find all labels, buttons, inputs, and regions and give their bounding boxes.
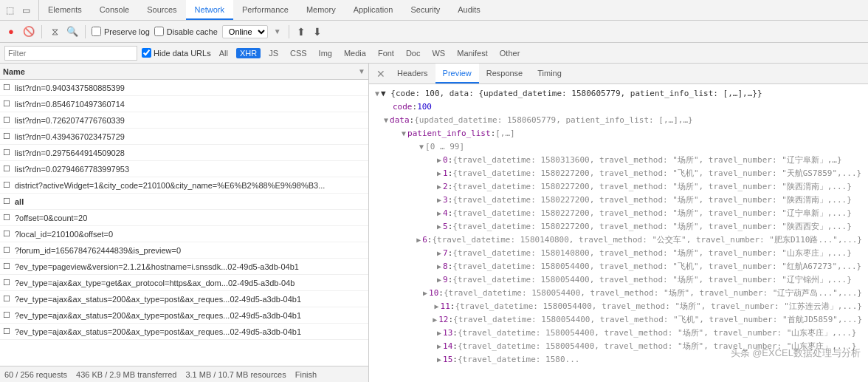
type-xhr[interactable]: XHR xyxy=(236,48,261,58)
type-media[interactable]: Media xyxy=(340,48,370,58)
expand-icon[interactable]: ▶ xyxy=(437,353,441,366)
request-item[interactable]: ☐ list?rdn=0.02794667783997953 xyxy=(0,161,368,177)
request-item[interactable]: ☐ ?ev_type=ajax&ax_status=200&ax_type=po… xyxy=(0,291,368,307)
inspect-icon[interactable]: ⬚ xyxy=(3,4,16,17)
request-checkbox[interactable]: ☐ xyxy=(3,197,15,206)
expand-icon[interactable]: ▶ xyxy=(423,287,427,300)
tab-console[interactable]: Console xyxy=(91,0,138,20)
request-item[interactable]: ☐ ?forum_id=1656784762444839&is_preview=… xyxy=(0,242,368,259)
tab-preview[interactable]: Preview xyxy=(435,64,479,83)
record-button[interactable]: ● xyxy=(4,25,18,38)
expand-icon[interactable]: ▶ xyxy=(437,220,441,233)
request-item[interactable]: ☐ list?rdn=0.2975644914509028 xyxy=(0,145,368,161)
type-img[interactable]: Img xyxy=(315,48,336,58)
tab-response[interactable]: Response xyxy=(479,64,531,83)
request-checkbox[interactable]: ☐ xyxy=(3,115,15,125)
filter-input[interactable] xyxy=(4,46,137,61)
request-checkbox[interactable]: ☐ xyxy=(3,310,15,320)
expand-icon[interactable]: ▶ xyxy=(437,327,441,340)
throttle-select[interactable]: Online xyxy=(222,25,268,38)
expand-icon[interactable]: ▶ xyxy=(437,260,441,273)
expand-icon[interactable]: ▶ xyxy=(435,300,439,313)
json-entry-11: ▶ 11 : {travel_datetime: 1580054400, tra… xyxy=(375,300,862,313)
resource-size: 3.1 MB / 10.7 MB resources xyxy=(185,370,286,379)
request-checkbox[interactable]: ☐ xyxy=(3,294,15,304)
tab-performance[interactable]: Performance xyxy=(233,0,297,20)
expand-icon[interactable]: ▼ xyxy=(375,87,379,100)
request-checkbox[interactable]: ☐ xyxy=(3,245,15,255)
request-checkbox[interactable]: ☐ xyxy=(3,229,15,239)
request-item[interactable]: ☐ ?ev_type=ajax&ax_status=200&ax_type=po… xyxy=(0,324,368,340)
type-all[interactable]: All xyxy=(216,48,232,58)
type-other[interactable]: Other xyxy=(496,48,524,58)
preserve-log-checkbox[interactable] xyxy=(92,27,101,36)
expand-icon[interactable]: ▼ xyxy=(402,127,406,140)
expand-icon[interactable]: ▶ xyxy=(437,247,441,260)
request-checkbox[interactable]: ☐ xyxy=(3,132,15,141)
expand-icon[interactable]: ▶ xyxy=(437,180,441,194)
disable-cache-label[interactable]: Disable cache xyxy=(154,27,218,36)
hide-data-urls-label[interactable]: Hide data URLs xyxy=(142,48,211,58)
tab-memory[interactable]: Memory xyxy=(297,0,345,20)
request-checkbox[interactable]: ☐ xyxy=(3,213,15,222)
expand-icon[interactable]: ▶ xyxy=(437,340,441,353)
request-item[interactable]: ☐ list?rdn=0.9403437580885399 xyxy=(0,80,368,96)
close-detail-button[interactable]: ✕ xyxy=(372,64,390,84)
request-item[interactable]: ☐ all xyxy=(0,194,368,210)
request-item[interactable]: ☐ ?offset=0&count=20 xyxy=(0,210,368,226)
type-doc[interactable]: Doc xyxy=(402,48,424,58)
export-har-button[interactable]: ⬇ xyxy=(311,26,323,38)
request-checkbox[interactable]: ☐ xyxy=(3,327,15,336)
request-checkbox[interactable]: ☐ xyxy=(3,262,15,271)
request-item[interactable]: ☐ ?ev_type=pageview&version=2.1.21&hostn… xyxy=(0,259,368,275)
type-css[interactable]: CSS xyxy=(286,48,311,58)
request-checkbox[interactable]: ☐ xyxy=(3,83,15,92)
json-entry-7: ▶ 7 : {travel_datetime: 1580140800, trav… xyxy=(375,247,862,260)
hide-data-urls-checkbox[interactable] xyxy=(142,48,151,58)
tab-application[interactable]: Application xyxy=(345,0,402,20)
device-icon[interactable]: ▭ xyxy=(19,4,32,17)
request-checkbox[interactable]: ☐ xyxy=(3,164,15,174)
request-item[interactable]: ☐ ?ev_type=ajax&ax_status=200&ax_type=po… xyxy=(0,307,368,324)
import-har-button[interactable]: ⬆ xyxy=(295,26,307,38)
expand-icon[interactable]: ▶ xyxy=(437,273,441,287)
expand-icon[interactable]: ▶ xyxy=(416,233,421,247)
tab-headers[interactable]: Headers xyxy=(390,64,435,83)
expand-icon[interactable]: ▼ xyxy=(419,140,424,154)
request-item[interactable]: ☐ district?activeWidget=1&city_code=2101… xyxy=(0,177,368,194)
request-item[interactable]: ☐ ?local_id=210100&offset=0 xyxy=(0,226,368,242)
type-ws[interactable]: WS xyxy=(428,48,449,58)
tab-security[interactable]: Security xyxy=(402,0,449,20)
expand-icon[interactable]: ▼ xyxy=(384,114,388,127)
request-item[interactable]: ☐ ?ev_type=ajax&ax_type=get&ax_protocol=… xyxy=(0,275,368,291)
finish-label: Finish xyxy=(295,370,317,379)
request-checkbox[interactable]: ☐ xyxy=(3,278,15,287)
request-item[interactable]: ☐ list?rdn=0.7262074776760339 xyxy=(0,112,368,129)
json-line: code : 100 xyxy=(375,100,862,114)
filter-icon[interactable]: ⧖ xyxy=(48,25,61,38)
type-manifest[interactable]: Manifest xyxy=(453,48,492,58)
tab-sources[interactable]: Sources xyxy=(138,0,185,20)
preserve-log-label[interactable]: Preserve log xyxy=(92,27,150,36)
json-entry-13: ▶ 13 : {travel_datetime: 1580054400, tra… xyxy=(375,327,862,340)
json-entry-10: ▶ 10 : {travel_datetime: 1580054400, tra… xyxy=(375,287,862,300)
expand-icon[interactable]: ▶ xyxy=(437,194,441,207)
search-icon[interactable]: 🔍 xyxy=(66,25,79,38)
tab-audits[interactable]: Audits xyxy=(449,0,489,20)
expand-icon[interactable]: ▶ xyxy=(437,154,441,167)
expand-icon[interactable]: ▶ xyxy=(437,167,441,180)
request-checkbox[interactable]: ☐ xyxy=(3,99,15,109)
expand-icon[interactable]: ▶ xyxy=(437,207,441,220)
request-item[interactable]: ☐ list?rdn=0.8546710497360714 xyxy=(0,96,368,112)
disable-cache-checkbox[interactable] xyxy=(154,27,164,36)
tab-timing[interactable]: Timing xyxy=(530,64,569,83)
type-js[interactable]: JS xyxy=(265,48,282,58)
request-checkbox[interactable]: ☐ xyxy=(3,180,15,190)
tab-elements[interactable]: Elements xyxy=(39,0,91,20)
clear-button[interactable]: 🚫 xyxy=(22,25,35,38)
tab-network[interactable]: Network xyxy=(186,0,233,20)
request-checkbox[interactable]: ☐ xyxy=(3,148,15,157)
expand-icon[interactable]: ▶ xyxy=(433,313,437,327)
request-item[interactable]: ☐ list?rdn=0.4394367023475729 xyxy=(0,129,368,145)
type-font[interactable]: Font xyxy=(374,48,398,58)
